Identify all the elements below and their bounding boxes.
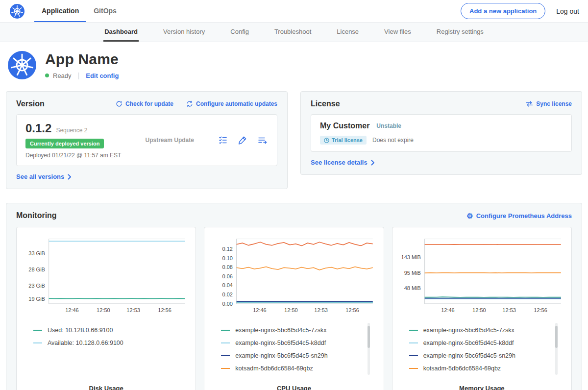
channel-label: Unstable <box>376 122 401 129</box>
legend-scrollbar[interactable] <box>555 323 558 375</box>
current-version-card: 0.1.2 Sequence 2 Currently deployed vers… <box>16 114 277 166</box>
svg-text:23 GiB: 23 GiB <box>28 283 45 289</box>
subtab-registry-settings-label: Registry settings <box>437 28 484 35</box>
tab-application[interactable]: Application <box>34 0 86 22</box>
deploy-logs-icon[interactable] <box>257 135 268 145</box>
check-for-update-link[interactable]: Check for update <box>116 100 173 107</box>
disk-usage-chart-card: 33 GiB28 GiB23 GiB19 GiB12:4612:5012:531… <box>16 227 196 390</box>
memory-usage-chart: 143 MiB95 MiB48 MiB12:4612:5012:5312:56 <box>397 234 566 317</box>
configure-prometheus-link[interactable]: ⚙ Configure Prometheus Address <box>466 212 572 219</box>
svg-text:12:56: 12:56 <box>534 307 547 313</box>
legend-scrollbar[interactable] <box>368 323 370 375</box>
legend-scrollbar-thumb[interactable] <box>555 326 558 348</box>
subtab-version-history[interactable]: Version history <box>162 23 206 42</box>
clock-icon <box>324 138 329 143</box>
legend-item: kotsadm-5db6dc6584-69qbz <box>221 365 363 372</box>
release-notes-icon[interactable] <box>218 135 228 145</box>
sequence-label: Sequence 2 <box>56 127 87 134</box>
see-all-versions-link[interactable]: See all versions <box>16 173 72 180</box>
cpu-usage-chart: 0.120.100.080.060.040.020.0012:4612:5012… <box>209 234 378 317</box>
logout-link[interactable]: Log out <box>556 7 579 15</box>
legend-series-label: example-nginx-5bc6f5d4c5-sn29h <box>235 352 327 359</box>
monitoring-panel-title: Monitoring <box>16 211 57 220</box>
license-details-card: My Customer Unstable Trial license Does … <box>311 114 572 152</box>
svg-text:12:46: 12:46 <box>253 307 267 313</box>
kubernetes-logo-icon <box>10 4 24 19</box>
svg-text:28 GiB: 28 GiB <box>28 267 45 272</box>
svg-text:12:56: 12:56 <box>158 307 172 313</box>
legend-series-label: kotsadm-5db6dc6584-69qbz <box>235 365 313 372</box>
app-title: App Name <box>45 51 119 68</box>
legend-color-dash <box>409 355 418 356</box>
legend-item: Available: 10.128.0.66:9100 <box>33 340 175 346</box>
legend-scrollbar-thumb[interactable] <box>368 326 370 348</box>
legend-item: example-nginx-5bc6f5d4c5-7zskx <box>221 327 363 334</box>
version-number: 0.1.2 <box>25 122 51 135</box>
chevron-right-icon <box>371 160 375 166</box>
app-sub-navbar: Dashboard Version history Config Trouble… <box>0 23 588 42</box>
cpu-usage-title: CPU Usage <box>209 379 378 390</box>
svg-text:33 GiB: 33 GiB <box>28 250 45 256</box>
edit-config-link[interactable]: Edit config <box>86 72 119 79</box>
legend-series-label: kotsadm-5db6dc6584-69qbz <box>423 365 501 372</box>
legend-series-label: example-nginx-5bc6f5d4c5-k8ddf <box>235 340 326 346</box>
subtab-troubleshoot-label: Troubleshoot <box>274 28 311 35</box>
version-panel-title: Version <box>16 99 45 108</box>
license-expiry-label: Does not expire <box>372 137 414 144</box>
kots-admin-console: Application GitOps Add a new application… <box>0 0 588 390</box>
divider: | <box>78 72 80 79</box>
subtab-dashboard[interactable]: Dashboard <box>103 23 139 42</box>
chevron-right-icon <box>68 174 72 180</box>
svg-text:0.06: 0.06 <box>222 273 233 279</box>
configure-auto-updates-link[interactable]: Configure automatic updates <box>186 100 277 107</box>
license-meta-row: Trial license Does not expire <box>320 136 563 145</box>
subtab-view-files-label: View files <box>384 28 411 35</box>
sync-license-link[interactable]: Sync license <box>526 100 572 107</box>
refresh-icon <box>116 100 122 107</box>
svg-text:19 GiB: 19 GiB <box>28 296 45 302</box>
sync-arrows-icon <box>526 101 533 107</box>
see-license-details-label: See license details <box>311 159 368 166</box>
trial-license-label: Trial license <box>332 137 363 143</box>
tab-gitops[interactable]: GitOps <box>86 0 124 22</box>
subtab-troubleshoot[interactable]: Troubleshoot <box>273 23 312 42</box>
svg-text:12:50: 12:50 <box>284 307 298 313</box>
legend-color-dash <box>33 330 42 331</box>
svg-text:0.12: 0.12 <box>222 246 233 252</box>
legend-series-label: example-nginx-5bc6f5d4c5-k8ddf <box>423 340 514 346</box>
svg-text:0.08: 0.08 <box>222 264 233 270</box>
auto-update-icon <box>186 100 193 107</box>
see-license-details-link[interactable]: See license details <box>311 159 375 166</box>
dashboard-content: Version Check for update Con <box>0 91 588 390</box>
subtab-config[interactable]: Config <box>229 23 250 42</box>
svg-text:0.04: 0.04 <box>222 282 233 288</box>
ready-status-dot <box>45 73 49 77</box>
svg-text:12:46: 12:46 <box>441 307 455 313</box>
configure-auto-updates-label: Configure automatic updates <box>196 100 277 107</box>
legend-item: example-nginx-5bc6f5d4c5-k8ddf <box>221 340 363 346</box>
top-nav-tabs: Application GitOps <box>34 0 124 22</box>
version-info-block: 0.1.2 Sequence 2 Currently deployed vers… <box>25 122 121 159</box>
check-for-update-label: Check for update <box>125 100 173 107</box>
subtab-registry-settings[interactable]: Registry settings <box>436 23 485 42</box>
add-application-button[interactable]: Add a new application <box>461 3 545 19</box>
license-panel: License Sync license My Customer Unstabl… <box>300 91 582 175</box>
subtab-view-files[interactable]: View files <box>383 23 412 42</box>
sync-license-label: Sync license <box>536 100 572 107</box>
subtab-config-label: Config <box>230 28 249 35</box>
app-header: App Name Ready | Edit config <box>0 42 588 91</box>
legend-item: example-nginx-5bc6f5d4c5-7zskx <box>409 327 551 334</box>
legend-item: example-nginx-5bc6f5d4c5-k8ddf <box>409 340 551 346</box>
subtab-license[interactable]: License <box>336 23 360 42</box>
svg-text:12:46: 12:46 <box>65 307 79 313</box>
legend-color-dash <box>409 342 418 343</box>
disk-usage-legend: Used: 10.128.0.66:9100Available: 10.128.… <box>33 321 183 352</box>
subtab-version-history-label: Version history <box>163 28 205 35</box>
legend-items: Used: 10.128.0.66:9100Available: 10.128.… <box>33 327 175 346</box>
charts-row: 33 GiB28 GiB23 GiB19 GiB12:4612:5012:531… <box>16 227 572 390</box>
version-panel-header: Version Check for update Con <box>16 99 277 108</box>
cpu-usage-legend: example-nginx-5bc6f5d4c5-7zskxexample-ng… <box>221 321 370 378</box>
deployed-timestamp: Deployed 01/21/22 @ 11:57 am EST <box>25 152 121 159</box>
edit-config-icon[interactable] <box>238 135 247 145</box>
legend-series-label: Available: 10.128.0.66:9100 <box>48 340 123 346</box>
